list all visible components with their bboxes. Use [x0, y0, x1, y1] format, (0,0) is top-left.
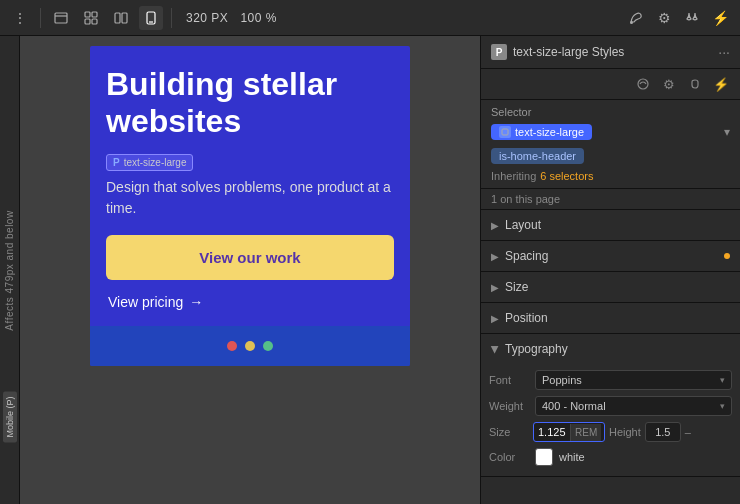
- size-input-group[interactable]: REM: [533, 422, 605, 442]
- size-height-row: Size REM Height 1.5 –: [489, 422, 732, 442]
- cta-button[interactable]: View our work: [106, 235, 394, 280]
- dot-green: [263, 341, 273, 351]
- accordion-layout: ▶ Layout: [481, 210, 740, 241]
- inheriting-count[interactable]: 6 selectors: [540, 170, 593, 182]
- typography-label: Typography: [505, 342, 568, 356]
- on-page-info: 1 on this page: [481, 189, 740, 210]
- arrow-icon: →: [189, 294, 203, 310]
- svg-rect-6: [115, 13, 120, 23]
- selector-row: text-size-large ▾: [481, 120, 740, 144]
- accordion-size-header[interactable]: ▶ Size: [481, 272, 740, 302]
- height-value[interactable]: 1.5: [645, 422, 681, 442]
- panel-title: text-size-large Styles: [513, 45, 712, 59]
- font-select[interactable]: Poppins ▾: [535, 370, 732, 390]
- svg-rect-12: [502, 129, 508, 135]
- font-value: Poppins: [542, 374, 582, 386]
- svg-rect-2: [85, 12, 90, 17]
- secondary-link[interactable]: View pricing →: [106, 294, 394, 310]
- selector-row-2: is-home-header: [481, 144, 740, 168]
- secondary-link-text: View pricing: [108, 294, 183, 310]
- size-arrow-icon: ▶: [491, 282, 499, 293]
- spacing-label: Spacing: [505, 249, 548, 263]
- size-unit: REM: [570, 424, 601, 441]
- panel-menu-button[interactable]: ···: [718, 44, 730, 60]
- size-label-text: Size: [489, 426, 529, 438]
- color-label: Color: [489, 451, 529, 463]
- height-label: Height: [609, 426, 641, 438]
- tag-p-icon: P: [113, 157, 120, 168]
- toolbar-divider-2: [171, 8, 172, 28]
- canvas-subtext: Design that solves problems, one product…: [106, 177, 394, 219]
- accordion-layout-header[interactable]: ▶ Layout: [481, 210, 740, 240]
- layout-label: Layout: [505, 218, 541, 232]
- svg-rect-0: [55, 13, 67, 23]
- panel-toolbar: ⚙ ⚡: [481, 69, 740, 100]
- dot-yellow: [245, 341, 255, 351]
- typography-body: Font Poppins ▾ Weight 400 - Normal ▾: [481, 364, 740, 476]
- star-icon[interactable]: [49, 6, 73, 30]
- right-panel: P text-size-large Styles ··· ⚙ ⚡ Selecto…: [480, 36, 740, 504]
- paint-icon[interactable]: [624, 6, 648, 30]
- position-label: Position: [505, 311, 548, 325]
- panel-tool-1[interactable]: [632, 73, 654, 95]
- lightning-icon[interactable]: ⚡: [708, 6, 732, 30]
- font-row: Font Poppins ▾: [489, 370, 732, 390]
- mobile-label: Mobile (P): [3, 391, 17, 442]
- accordion-position-header[interactable]: ▶ Position: [481, 303, 740, 333]
- spacing-arrow-icon: ▶: [491, 251, 499, 262]
- panel-header: P text-size-large Styles ···: [481, 36, 740, 69]
- grid-icon[interactable]: [79, 6, 103, 30]
- panel-tool-4[interactable]: ⚡: [710, 73, 732, 95]
- layout-arrow-icon: ▶: [491, 220, 499, 231]
- selector-chip-secondary[interactable]: is-home-header: [491, 148, 584, 164]
- top-toolbar: ⋮ 320 PX 100 %: [0, 0, 740, 36]
- svg-rect-7: [122, 13, 127, 23]
- dot-red: [227, 341, 237, 351]
- panel-tool-3[interactable]: [684, 73, 706, 95]
- drops-icon[interactable]: [680, 6, 704, 30]
- canvas-heading: Building stellar websites: [106, 66, 394, 140]
- color-value: white: [559, 451, 585, 463]
- panel-tool-2[interactable]: ⚙: [658, 73, 680, 95]
- color-swatch[interactable]: [535, 448, 553, 466]
- left-sidebar: Affects 479px and below Mobile (P): [0, 36, 20, 504]
- svg-rect-3: [92, 12, 97, 17]
- canvas-area: Building stellar websites P text-size-la…: [20, 36, 480, 504]
- height-dash: –: [685, 426, 691, 438]
- chip-primary-label: text-size-large: [515, 126, 584, 138]
- accordion-typography-header[interactable]: ▶ Typography: [481, 334, 740, 364]
- zoom-display: 100 %: [240, 11, 277, 25]
- weight-label: Weight: [489, 400, 529, 412]
- toolbar-divider: [40, 8, 41, 28]
- weight-select[interactable]: 400 - Normal ▾: [535, 396, 732, 416]
- selector-dropdown-arrow[interactable]: ▾: [724, 125, 730, 139]
- selector-label: Selector: [481, 100, 740, 120]
- columns-icon[interactable]: [109, 6, 133, 30]
- mobile-icon[interactable]: [139, 6, 163, 30]
- accordion-spacing-header[interactable]: ▶ Spacing: [481, 241, 740, 271]
- selector-chip-primary[interactable]: text-size-large: [491, 124, 592, 140]
- accordion-spacing: ▶ Spacing: [481, 241, 740, 272]
- settings-icon[interactable]: ⚙: [652, 6, 676, 30]
- size-input[interactable]: [534, 423, 570, 441]
- svg-rect-4: [85, 19, 90, 24]
- resolution-display: 320 PX: [186, 11, 228, 25]
- menu-icon[interactable]: ⋮: [8, 6, 32, 30]
- weight-arrow-icon: ▾: [720, 401, 725, 411]
- svg-rect-5: [92, 19, 97, 24]
- size-label: Size: [505, 280, 528, 294]
- chip-icon: [499, 126, 511, 138]
- canvas-bottom-strip: [90, 326, 410, 366]
- color-row: Color white: [489, 448, 732, 466]
- tag-label: text-size-large: [124, 157, 187, 168]
- svg-point-10: [630, 21, 633, 24]
- tag-badge[interactable]: P text-size-large: [106, 154, 193, 171]
- right-toolbar-icons: ⚙ ⚡: [624, 6, 732, 30]
- main-area: Affects 479px and below Mobile (P) Build…: [0, 36, 740, 504]
- weight-row: Weight 400 - Normal ▾: [489, 396, 732, 416]
- spacing-modified-dot: [724, 253, 730, 259]
- position-arrow-icon: ▶: [491, 313, 499, 324]
- inheriting-label: Inheriting: [491, 170, 536, 182]
- inheriting-row: Inheriting 6 selectors: [481, 168, 740, 189]
- svg-point-11: [638, 79, 648, 89]
